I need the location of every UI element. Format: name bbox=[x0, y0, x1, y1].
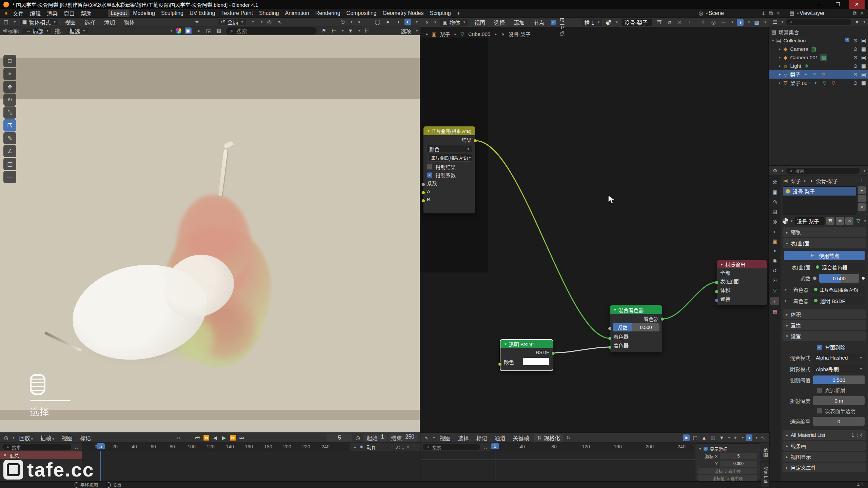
socket-color-input[interactable] bbox=[498, 362, 502, 366]
cursor-value-to-selection-button[interactable]: 游标值 -> 选中项 bbox=[698, 475, 757, 481]
viewport-3d[interactable]: ◫▾ ▣物体模式▾ 视图 选择 添加 物体 ✒ ↺全局▾ ∩▾ ◎ ∿ ☉▾ ⚬… bbox=[0, 18, 420, 433]
shading-wireframe-icon[interactable]: ◯ bbox=[374, 19, 381, 25]
menu-icon[interactable]: ☰ bbox=[411, 444, 418, 450]
dopesheet-search-input[interactable]: ⌕搜索 bbox=[2, 444, 72, 450]
play-button[interactable]: ▶ bbox=[221, 434, 228, 441]
tool-measure[interactable]: ∠ bbox=[3, 145, 16, 157]
editor-type-icon[interactable]: ∿ bbox=[423, 434, 430, 441]
show-gizmo-icon[interactable]: ☉ bbox=[339, 19, 346, 25]
graph-ruler[interactable]: 40 80 120 160 200 240 5 bbox=[491, 443, 694, 451]
prev-keyframe-button[interactable]: ⏪ bbox=[203, 434, 210, 441]
graph-marker-menu[interactable]: 标记 bbox=[474, 433, 490, 443]
tool-move[interactable]: ✥ bbox=[3, 81, 16, 93]
falloff-icon[interactable]: ∿ bbox=[760, 434, 766, 441]
shader1-field[interactable]: 正片叠底(相乘 A*B) bbox=[811, 285, 865, 294]
copy-icon[interactable]: ⧉ bbox=[851, 10, 858, 17]
minimize-button[interactable]: ─ bbox=[811, 1, 827, 8]
tab-physics-icon[interactable]: ↺ bbox=[771, 267, 778, 274]
magnet-icon[interactable]: ◑ bbox=[746, 434, 752, 441]
copy-material-button[interactable]: ⧉ bbox=[836, 217, 844, 225]
socket-shader2-input[interactable] bbox=[608, 345, 612, 349]
tab-world-icon[interactable]: ◐ bbox=[771, 228, 778, 235]
menu-render[interactable]: 渲染 bbox=[44, 8, 60, 18]
animate-dot-icon[interactable] bbox=[862, 277, 865, 280]
timeline-view-menu[interactable]: 视图 bbox=[59, 433, 75, 443]
viewport-menu-view[interactable]: 视图 bbox=[62, 17, 78, 27]
panel-surface[interactable]: ▾表(曲)面 bbox=[783, 238, 866, 248]
graph-view-menu[interactable]: 视图 bbox=[437, 433, 453, 443]
properties-editor[interactable]: ⚙▾ ⌕搜索 ▾ ⚒ ▣ ⎙ ▤ ◎ ◐ ▣ ✦ ✺ ↺ ☉ ▽ ◐ ▦ ▣ 梨… bbox=[769, 166, 868, 481]
socket-volume-input[interactable] bbox=[715, 290, 718, 293]
shader2-field[interactable]: 透明 BSDF bbox=[811, 296, 865, 305]
close-button[interactable]: ✕ bbox=[849, 0, 865, 9]
overlay-icon[interactable]: ▩ bbox=[753, 19, 760, 26]
slot-dropdown[interactable]: 槽 1▾ bbox=[581, 19, 603, 26]
expand-icon[interactable]: ▸ bbox=[779, 55, 781, 60]
tab-texture-paint[interactable]: Texture Paint bbox=[218, 9, 255, 17]
tab-texture-icon[interactable]: ▦ bbox=[771, 308, 778, 315]
pin-icon[interactable]: ⟂ bbox=[686, 19, 693, 26]
blend-mode-dropdown[interactable]: Alpha Hashed▾ bbox=[813, 353, 865, 362]
keying-menu[interactable]: 插帧▾ bbox=[38, 433, 57, 443]
eyedropper-icon[interactable]: ✒ bbox=[194, 19, 201, 25]
vertex-mask-icon[interactable]: ◑ bbox=[195, 27, 202, 34]
editor-type-icon[interactable]: ☰ bbox=[772, 19, 778, 25]
camera-visibility-icon[interactable]: ▣ bbox=[861, 63, 866, 69]
shield-icon[interactable]: ⛩ bbox=[363, 27, 370, 34]
viewport-menu-add[interactable]: 添加 bbox=[101, 17, 118, 27]
next-keyframe-button[interactable]: ⏩ bbox=[230, 434, 236, 441]
tool-extra[interactable]: ⋯ bbox=[3, 171, 16, 183]
menu-window[interactable]: 窗口 bbox=[61, 8, 77, 18]
sidebar-tab-range[interactable]: 范围 bbox=[761, 444, 770, 461]
use-nodes-checkbox[interactable]: ✓ bbox=[550, 19, 556, 25]
timeline-playhead[interactable]: 5 bbox=[97, 443, 105, 449]
surface-factor-slider[interactable]: 0.500 bbox=[819, 274, 859, 283]
shading-solid-icon[interactable]: ● bbox=[384, 19, 391, 25]
tab-shading[interactable]: Shading bbox=[256, 9, 282, 17]
mix-data-type-dropdown[interactable]: 颜色▾ bbox=[426, 145, 472, 153]
mix-blend-mode-dropdown[interactable]: 正片叠底(相乘 A*B)▾ bbox=[428, 154, 472, 162]
outliner-row-pear-001[interactable]: ▸ ▽ 梨子.001 ✦ ▽ ▽ ⊙▣ bbox=[769, 79, 868, 87]
tab-sculpting[interactable]: Sculpting bbox=[158, 9, 186, 17]
shading-material-icon[interactable]: ◑ bbox=[394, 19, 401, 25]
show-cursor-checkbox[interactable]: ✓ bbox=[703, 446, 708, 451]
bookmark-icon[interactable]: ⚑ bbox=[320, 27, 327, 34]
socket-factor-input[interactable] bbox=[421, 183, 425, 186]
shader-editor[interactable]: ◑▾ ▣物体▾ 视图 选择 添加 节点 ✓ 使用节点 槽 1▾ ▾ 没骨-梨子 … bbox=[420, 18, 769, 433]
pin-icon[interactable]: ⟂ bbox=[859, 177, 865, 184]
tab-scene-icon[interactable]: ◎ bbox=[771, 218, 778, 225]
slot-specials-button[interactable]: ▾ bbox=[858, 203, 866, 211]
eye-icon[interactable]: ⊙ bbox=[853, 63, 858, 69]
snap-icon[interactable]: ∩ bbox=[250, 19, 256, 25]
tab-viewlayer-icon[interactable]: ▤ bbox=[771, 208, 778, 215]
refraction-depth-field[interactable]: 0 m bbox=[813, 396, 865, 405]
panel-all-material-list[interactable]: ▸All Material List1: 4 bbox=[783, 430, 866, 440]
filter-funnel-icon[interactable]: ▼ bbox=[853, 19, 860, 25]
frame-start-field[interactable]: 起始1 bbox=[363, 434, 387, 442]
material-slot-list[interactable]: 没骨-梨子 bbox=[783, 186, 856, 215]
socket-bsdf-output[interactable] bbox=[551, 351, 555, 355]
shader-type-dropdown[interactable]: ▣物体▾ bbox=[440, 19, 469, 26]
material-name-field[interactable]: 没骨-梨子 bbox=[621, 19, 653, 26]
node-material-output[interactable]: ▾材质输出 全部 表(曲)面 体积 置换 bbox=[716, 260, 767, 305]
panel-displacement[interactable]: ▸置换 bbox=[783, 320, 866, 330]
shading-rendered-icon[interactable]: ◐ bbox=[405, 19, 411, 25]
socket-surface-input[interactable] bbox=[715, 281, 718, 284]
output-target-dropdown[interactable]: 全部 bbox=[720, 269, 730, 276]
node-menu-view[interactable]: 视图 bbox=[472, 18, 488, 27]
eye-icon[interactable]: ⊙ bbox=[853, 46, 858, 53]
camera-visibility-icon[interactable]: ▣ bbox=[861, 46, 866, 53]
node-mix-shader[interactable]: ▾混合着色器 着色器 系数 0.500 着色器 着色器 bbox=[610, 305, 663, 352]
eye-icon[interactable]: ⊙ bbox=[853, 80, 858, 86]
outliner-row-camera-001[interactable]: ▸ ◆ Camera.001 ▧ ⊙▣ bbox=[769, 53, 868, 62]
panel-preview[interactable]: ▸预览 bbox=[783, 227, 866, 237]
falloff-icon[interactable]: ∿ bbox=[276, 19, 283, 25]
viewport-menu-object[interactable]: 物体 bbox=[121, 17, 137, 27]
expand-icon[interactable]: ▸ bbox=[779, 64, 781, 68]
record-button[interactable]: ○ bbox=[175, 434, 182, 441]
timeline-marker-menu[interactable]: 标记 bbox=[77, 433, 94, 443]
use-nodes-button[interactable]: ⊢ 使用节点 bbox=[784, 251, 865, 260]
node-menu-node[interactable]: 节点 bbox=[531, 18, 547, 27]
tab-animation[interactable]: Animation bbox=[282, 9, 312, 17]
snap-node-icon[interactable]: ⊢ bbox=[720, 19, 727, 26]
